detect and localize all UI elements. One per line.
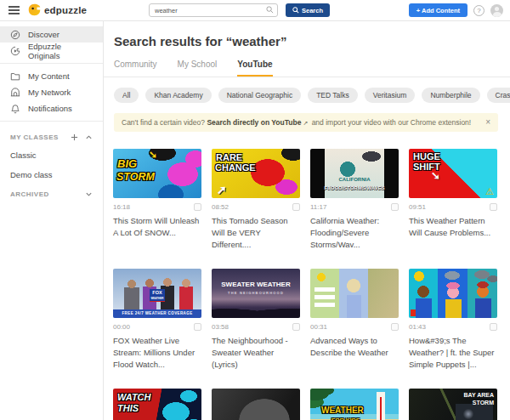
main-content: Search results for “weather” Community M…	[104, 21, 510, 420]
filter-ted-talks[interactable]: TED Talks	[308, 88, 358, 103]
tab-my-school[interactable]: My School	[178, 60, 218, 77]
sidebar-item-label: Notifications	[28, 104, 72, 113]
sidebar-item-my-content[interactable]: My Content	[0, 68, 103, 84]
video-card[interactable]: 00:31Advanced Ways to Describe the Weath…	[310, 269, 399, 371]
sidebar-item-label: Discover	[28, 30, 60, 39]
tab-community[interactable]: Community	[114, 60, 157, 77]
channel-filters: All Khan Academy National Geographic TED…	[114, 88, 500, 103]
network-icon	[10, 88, 20, 98]
video-select-checkbox[interactable]	[391, 203, 399, 211]
hamburger-menu-icon[interactable]	[8, 6, 20, 15]
video-meta-row: 09:51	[409, 202, 497, 211]
video-thumbnail[interactable]	[409, 269, 497, 318]
sidebar-archived-section[interactable]: ARCHIVED	[0, 184, 103, 204]
filter-national-geographic[interactable]: National Geographic	[218, 88, 302, 103]
thumbnail-overlay-text: CALIFORNIA	[310, 177, 399, 182]
video-card[interactable]: WATCHTHIS08:06This Storm Is Changing Our	[113, 389, 201, 420]
video-select-checkbox[interactable]	[194, 203, 201, 211]
video-title[interactable]: How&#39;s The Weather? | ft. the Super S…	[409, 335, 497, 371]
add-class-icon[interactable]	[71, 133, 78, 141]
play-circle-icon	[10, 46, 20, 56]
help-icon[interactable]: ?	[473, 5, 484, 16]
video-card[interactable]: SWEATER WEATHERTHE NEIGHBOURHOOD03:58The…	[212, 269, 300, 371]
video-card[interactable]: vevo04:13The Neighbourhood - Sweater	[212, 389, 300, 420]
video-thumbnail[interactable]: WATCHTHIS	[113, 389, 201, 420]
video-card[interactable]: WEATHERFOR KIDS08:05Weather for Kids | W…	[310, 389, 399, 420]
video-select-checkbox[interactable]	[490, 323, 497, 331]
sidebar-item-notifications[interactable]: Notifications	[0, 100, 103, 116]
video-thumbnail[interactable]: WEATHERFOR KIDS	[310, 389, 399, 420]
video-thumbnail[interactable]: SWEATER WEATHERTHE NEIGHBOURHOOD	[212, 269, 300, 318]
video-card[interactable]: RARECHANGE08:52This Tornado Season Will …	[212, 149, 300, 251]
video-title[interactable]: FOX Weather Live Stream: Millions Under …	[113, 335, 201, 371]
video-select-checkbox[interactable]	[194, 323, 201, 331]
search-input[interactable]	[149, 3, 278, 17]
filter-crash-course[interactable]: Crash Course	[487, 88, 510, 103]
thumbnail-overlay-text: HUGE	[413, 152, 440, 162]
thumbnail-overlay-text: SWEATER WEATHER	[212, 281, 300, 288]
filter-numberphile[interactable]: Numberphile	[422, 88, 479, 103]
filter-all[interactable]: All	[114, 88, 139, 103]
sidebar-divider	[0, 121, 103, 122]
sidebar-item-my-network[interactable]: My Network	[0, 84, 103, 100]
video-meta-row: 01:43	[409, 322, 497, 331]
sidebar-item-label: Edpuzzle Originals	[28, 42, 93, 60]
video-card[interactable]: FOXWEATHERFREE 24/7 WEATHER COVERAGE00:0…	[113, 269, 201, 371]
video-thumbnail[interactable]: FOXWEATHERFREE 24/7 WEATHER COVERAGE	[113, 269, 201, 318]
compass-icon	[10, 30, 20, 40]
video-card[interactable]: CALIFORNIAFLOOD/STORMS/WAVES11:17Califor…	[310, 149, 399, 251]
video-duration: 00:31	[310, 323, 327, 331]
video-duration: 16:18	[113, 203, 130, 211]
user-avatar[interactable]	[490, 4, 503, 17]
tab-youtube[interactable]: YouTube	[237, 60, 272, 77]
results-tabs: Community My School YouTube	[104, 60, 510, 77]
sidebar-item-discover[interactable]: Discover	[0, 26, 103, 43]
video-card[interactable]: BAY AREASTORMNBCBAY AREA04:40Bay Area we…	[409, 389, 497, 420]
filter-veritasium[interactable]: Veritasium	[365, 88, 416, 103]
add-content-button[interactable]: + Add Content	[409, 3, 468, 17]
thumbnail-overlay-text: THE NEIGHBOURHOOD	[212, 292, 300, 295]
video-meta-row: 00:31	[310, 322, 399, 331]
search-button-icon	[292, 7, 299, 14]
video-title[interactable]: Advanced Ways to Describe the Weather	[310, 335, 399, 359]
edpuzzle-logo-icon	[28, 3, 41, 16]
banner-close-icon[interactable]: ×	[485, 118, 490, 127]
video-thumbnail[interactable]: BIGSTORM	[113, 149, 201, 198]
video-card[interactable]: 01:43How&#39;s The Weather? | ft. the Su…	[409, 269, 497, 371]
video-select-checkbox[interactable]	[292, 203, 300, 211]
collapse-classes-icon[interactable]	[85, 133, 93, 141]
sidebar-item-edpuzzle-originals[interactable]: Edpuzzle Originals	[0, 43, 103, 59]
thumbnail-overlay-text: STORM	[116, 172, 155, 183]
video-card[interactable]: HUGESHIFT09:51This Weather Pattern Will …	[409, 149, 497, 251]
thumbnail-overlay-text: WEATHER	[150, 297, 165, 302]
video-title[interactable]: The Neighbourhood - Sweater Weather (Lyr…	[212, 335, 300, 371]
video-thumbnail[interactable]: vevo	[212, 389, 300, 420]
banner-link[interactable]: Search directly on YouTube	[207, 118, 301, 127]
banner-text: Can't find a certain video? Search direc…	[122, 118, 471, 127]
filter-khan-academy[interactable]: Khan Academy	[145, 88, 211, 103]
video-title[interactable]: California Weather: Flooding/Severe Stor…	[310, 215, 399, 251]
video-thumbnail[interactable]: CALIFORNIAFLOOD/STORMS/WAVES	[310, 149, 399, 198]
video-duration: 09:51	[409, 203, 426, 211]
video-title[interactable]: This Weather Pattern Will Cause Problems…	[409, 215, 497, 239]
video-card[interactable]: BIGSTORM16:18This Storm Will Unleash A L…	[113, 149, 201, 251]
video-title[interactable]: This Storm Will Unleash A Lot Of SNOW...	[113, 215, 201, 239]
video-select-checkbox[interactable]	[490, 203, 497, 211]
video-select-checkbox[interactable]	[391, 323, 399, 331]
video-select-checkbox[interactable]	[292, 323, 300, 331]
sidebar-class-classic[interactable]: Classic	[0, 145, 103, 165]
search-button-label: Search	[302, 7, 323, 14]
video-thumbnail[interactable]: RARECHANGE	[212, 149, 300, 198]
thumbnail-overlay-text: FLOOD/STORMS/WAVES	[310, 185, 399, 190]
sidebar-class-demo-class[interactable]: Demo class	[0, 165, 103, 184]
video-duration: 08:52	[212, 203, 229, 211]
edpuzzle-logo[interactable]: edpuzzle	[28, 3, 87, 16]
search-bar: Search	[149, 3, 330, 17]
search-button[interactable]: Search	[286, 3, 330, 17]
expand-archived-icon[interactable]	[85, 190, 93, 198]
thumbnail-overlay-text: WATCH	[117, 393, 151, 402]
video-thumbnail[interactable]	[310, 269, 399, 318]
video-thumbnail[interactable]: BAY AREASTORMNBCBAY AREA	[409, 389, 497, 420]
video-title[interactable]: This Tornado Season Will Be VERY Differe…	[212, 215, 300, 251]
video-thumbnail[interactable]: HUGESHIFT	[409, 149, 497, 198]
